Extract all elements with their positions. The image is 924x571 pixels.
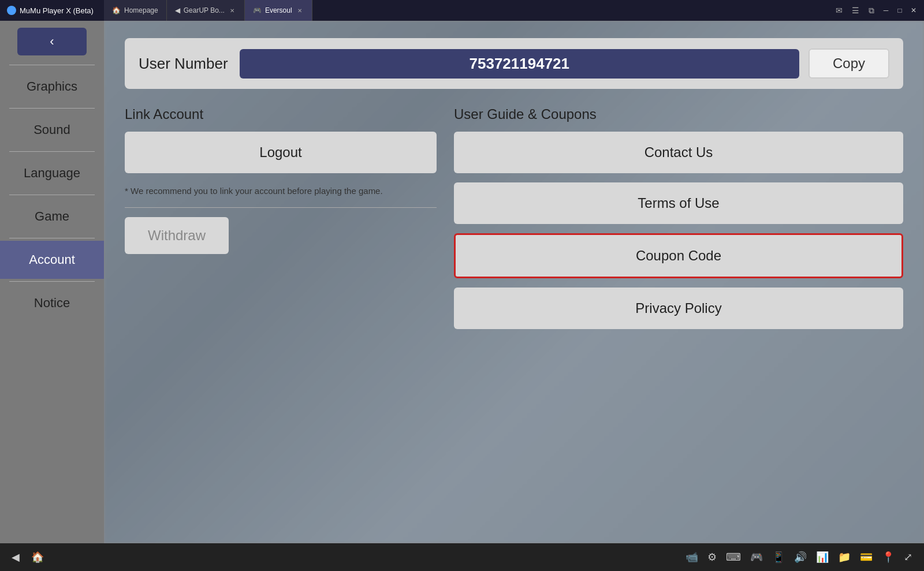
sidebar-sound-label: Sound	[33, 122, 70, 137]
sidebar-item-language[interactable]: Language	[0, 154, 104, 192]
user-number-row: User Number 753721194721 Copy	[125, 38, 903, 89]
link-account-heading: Link Account	[125, 106, 437, 122]
sidebar-divider-1	[9, 65, 95, 65]
contact-us-button[interactable]: Contact Us	[454, 132, 903, 173]
sidebar-divider-6	[9, 281, 95, 282]
mail-icon[interactable]: ✉	[832, 5, 846, 16]
taskbar-performance-icon[interactable]: 📊	[816, 551, 829, 563]
tab-gearup-close[interactable]: ✕	[228, 6, 236, 14]
privacy-policy-button[interactable]: Privacy Policy	[454, 288, 903, 329]
user-number-value: 753721194721	[240, 49, 799, 79]
logout-button[interactable]: Logout	[125, 132, 437, 173]
taskbar: ◀ 🏠 📹 ⚙ ⌨ 🎮 📱 🔊 📊 📁 💳 📍 ⤢	[0, 543, 924, 571]
main-area: ‹ Graphics Sound Language Game Account N…	[0, 21, 924, 543]
tab-eversoul-icon: 🎮	[253, 6, 262, 14]
content-panel: User Number 753721194721 Copy Link Accou…	[104, 21, 924, 543]
tabs-container: 🏠 Homepage ◀ GearUP Bo... ✕ 🎮 Eversoul ✕	[104, 0, 828, 21]
taskbar-location-icon[interactable]: 📍	[882, 551, 895, 563]
coupon-code-button[interactable]: Coupon Code	[454, 233, 903, 278]
link-account-section: Link Account Logout * We recommend you t…	[125, 106, 437, 254]
taskbar-camera-icon[interactable]: 📹	[685, 551, 698, 563]
sidebar-item-notice[interactable]: Notice	[0, 284, 104, 322]
titlebar: MuMu Player X (Beta) 🏠 Homepage ◀ GearUP…	[0, 0, 924, 21]
tab-homepage[interactable]: 🏠 Homepage	[104, 0, 167, 21]
sidebar-item-game[interactable]: Game	[0, 197, 104, 236]
tab-home-icon: 🏠	[112, 6, 121, 14]
disclaimer-text: * We recommend you to link your account …	[125, 185, 437, 198]
app-icon	[7, 6, 16, 15]
minimize-button[interactable]: ─	[880, 5, 892, 16]
taskbar-folder-icon[interactable]: 📁	[838, 551, 851, 563]
sidebar-graphics-label: Graphics	[27, 79, 77, 94]
taskbar-expand-icon[interactable]: ⤢	[904, 551, 912, 563]
back-button[interactable]: ‹	[17, 28, 87, 55]
restore-icon[interactable]: ⧉	[865, 5, 878, 17]
sidebar-divider-5	[9, 238, 95, 238]
copy-button[interactable]: Copy	[808, 48, 889, 79]
taskbar-right: 📹 ⚙ ⌨ 🎮 📱 🔊 📊 📁 💳 📍 ⤢	[685, 551, 912, 563]
sidebar-item-graphics[interactable]: Graphics	[0, 68, 104, 106]
menu-icon[interactable]: ☰	[848, 5, 863, 16]
sidebar-divider-3	[9, 151, 95, 152]
app-name-label: MuMu Player X (Beta)	[20, 6, 94, 15]
sidebar-divider-2	[9, 108, 95, 109]
sidebar-game-label: Game	[35, 209, 69, 223]
sidebar-notice-label: Notice	[34, 296, 70, 310]
taskbar-phone-icon[interactable]: 📱	[772, 551, 785, 563]
taskbar-card-icon[interactable]: 💳	[860, 551, 873, 563]
user-guide-heading: User Guide & Coupons	[454, 106, 903, 122]
tab-eversoul-label: Eversoul	[265, 6, 292, 14]
sidebar-divider-4	[9, 195, 95, 195]
divider	[125, 207, 437, 208]
app-title: MuMu Player X (Beta)	[0, 6, 104, 15]
tab-gearup[interactable]: ◀ GearUP Bo... ✕	[167, 0, 245, 21]
window-controls: ✉ ☰ ⧉ ─ □ ✕	[828, 5, 924, 17]
back-arrow-icon: ‹	[50, 34, 54, 49]
sidebar-account-label: Account	[29, 252, 75, 267]
sidebar: ‹ Graphics Sound Language Game Account N…	[0, 21, 104, 543]
sidebar-item-sound[interactable]: Sound	[0, 111, 104, 149]
tab-gearup-icon: ◀	[175, 6, 180, 14]
user-guide-section: User Guide & Coupons Contact Us Terms of…	[454, 106, 903, 338]
tab-eversoul-close[interactable]: ✕	[296, 6, 304, 14]
tab-homepage-label: Homepage	[124, 6, 158, 14]
taskbar-gamepad-icon[interactable]: 🎮	[750, 551, 763, 563]
taskbar-left: ◀ 🏠	[12, 551, 44, 563]
sidebar-item-account[interactable]: Account	[0, 241, 104, 279]
taskbar-back-icon[interactable]: ◀	[12, 551, 20, 563]
taskbar-home-icon[interactable]: 🏠	[31, 551, 44, 563]
terms-button[interactable]: Terms of Use	[454, 182, 903, 224]
taskbar-settings-icon[interactable]: ⚙	[707, 551, 717, 563]
withdraw-button[interactable]: Withdraw	[125, 217, 229, 254]
tab-eversoul[interactable]: 🎮 Eversoul ✕	[245, 0, 312, 21]
two-column-layout: Link Account Logout * We recommend you t…	[125, 106, 903, 338]
user-number-label: User Number	[139, 55, 228, 73]
sidebar-language-label: Language	[24, 166, 80, 180]
taskbar-keyboard-icon[interactable]: ⌨	[726, 551, 741, 563]
close-button[interactable]: ✕	[908, 5, 919, 16]
maximize-button[interactable]: □	[894, 5, 906, 16]
taskbar-volume-icon[interactable]: 🔊	[794, 551, 807, 563]
tab-gearup-label: GearUP Bo...	[184, 6, 225, 14]
